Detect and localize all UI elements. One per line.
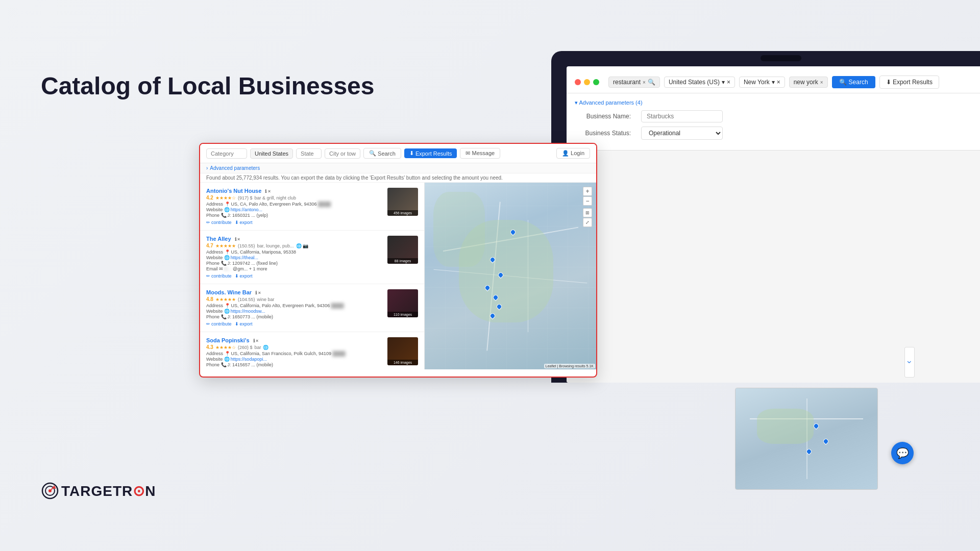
search-icon: 🔍 [369,150,376,157]
country-select[interactable]: United States (US) ▾ × [664,77,735,88]
category-input[interactable] [206,148,247,159]
biz-review-count-2: (104.55) [238,297,255,302]
laptop-content: restaurant × 🔍 United States (US) ▾ × Ne… [567,71,980,383]
map-attribution: Leaflet | Browsing results 5.1K [544,364,595,368]
map-pin [822,438,829,445]
remove-state-icon[interactable]: × [777,79,780,86]
biz-stars-0: ★★★★☆ [215,195,236,201]
biz-website-link-0[interactable]: https://antono... [231,207,262,212]
biz-review-count-0: (917) $ [238,195,253,201]
main-window: United States 🔍 Search ⬇ Export Results … [199,143,597,378]
laptop-toolbar: restaurant × 🔍 United States (US) ▾ × Ne… [567,71,980,93]
info-icon-0: ℹ × [265,189,271,194]
biz-actions-1: ✏ contribute ⬇ export [206,273,383,279]
info-icon-1: ℹ × [235,237,240,242]
business-status-select[interactable]: Operational [641,127,723,140]
remove-country-icon[interactable]: × [727,79,730,86]
biz-rating-row-0: 4.2 ★★★★☆ (917) $ bar & grill, night clu… [206,195,383,201]
search-button[interactable]: 🔍 Search [832,76,875,88]
biz-rating-row-3: 4.3 ★★★★☆ (260) $ bar 🌐 [206,344,383,350]
biz-thumbnail-3[interactable]: 146 images [387,337,418,365]
biz-stars-2: ★★★★★ [215,297,236,302]
advanced-toggle-row[interactable]: ▾ Advanced parameters (4) [575,99,980,106]
export-results-button[interactable]: ⬇ Export Results [879,76,939,89]
biz-thumbnail-1[interactable]: 88 images [387,236,418,264]
map-background [425,183,596,369]
biz-name-0[interactable]: Antonio's Nut House ℹ × [206,188,383,194]
biz-address-0: Address 📍 US, CA, Palo Alto, Evergreen P… [206,202,383,207]
biz-type-2: wine bar [257,297,274,302]
map-fullscreen-button[interactable]: ⤢ [583,218,592,227]
state-select[interactable]: New York ▾ × [739,77,785,88]
contribute-button-0[interactable]: ✏ contribute [206,220,232,225]
biz-name-2[interactable]: Moods. Wine Bar ℹ × [206,289,383,295]
advanced-bar[interactable]: › Advanced parameters [200,163,596,173]
business-status-label: Business Status: [575,130,631,137]
advanced-parameters-section: ▾ Advanced parameters (4) Business Name:… [567,93,980,151]
biz-website-link-2[interactable]: https://moodsw... [231,309,265,314]
logo-icon [41,482,59,500]
biz-rating-2: 4.8 [206,296,213,302]
list-item: Soda Popinski's ℹ × 4.3 ★★★★☆ (260) $ ba… [200,332,424,369]
map-area[interactable]: + − ⊞ ⤢ Leaflet | Browsing results 5.1K [425,183,596,369]
biz-type-1: bar, lounge, pub... [257,243,293,248]
biz-address-1: Address 📍 US, California, Mariposa, 9533… [206,249,383,255]
second-map-bg [736,388,877,489]
main-search-button[interactable]: 🔍 Search [363,148,401,159]
map-layers-button[interactable]: ⊞ [583,208,592,217]
state-input[interactable] [296,148,322,159]
biz-type-3: bar [254,345,261,350]
remove-tag-icon[interactable]: × [643,80,646,85]
map-zoom-in-button[interactable]: + [583,187,592,196]
biz-rating-row-1: 4.7 ★★★★★ (150.55) bar, lounge, pub... 🌐… [206,243,383,248]
tl-red [575,79,581,85]
contribute-button-2[interactable]: ✏ contribute [206,321,232,327]
city-input[interactable] [325,148,360,159]
main-message-button[interactable]: ✉ Message [460,148,500,159]
biz-image-count-2: 110 images [387,312,418,317]
biz-thumbnail-0[interactable]: 456 images [387,188,418,216]
chat-bubble-button[interactable]: 💬 [891,442,914,464]
biz-website-2: Website 🌐 https://moodsw... [206,309,383,314]
biz-website-link-3[interactable]: https://sodapopi... [231,357,267,362]
biz-name-1[interactable]: The Alley ℹ × [206,236,383,242]
side-expand-button[interactable]: › [904,347,915,378]
country-tag[interactable]: United States [250,148,293,159]
biz-rating-1: 4.7 [206,243,213,248]
list-item: Moods. Wine Bar ℹ × 4.8 ★★★★★ (104.55) w… [200,284,424,332]
search-tag-restaurant[interactable]: restaurant × 🔍 [608,77,660,88]
biz-image-count-0: 456 images [387,210,418,216]
map-zoom-out-button[interactable]: − [583,196,592,206]
list-item: Antonio's Nut House ℹ × 4.2 ★★★★☆ (917) … [200,183,424,231]
biz-rating-3: 4.3 [206,344,213,350]
biz-name-3[interactable]: Soda Popinski's ℹ × [206,337,383,343]
biz-website-link-1[interactable]: https://theal... [231,255,258,260]
svg-point-2 [48,489,52,492]
business-name-row: Business Name: [575,110,980,122]
chevron-down-icon: ▾ [772,79,775,86]
second-map [735,388,878,490]
biz-thumbnail-2[interactable]: 110 images [387,289,418,317]
export-button-1[interactable]: ⬇ export [235,273,253,279]
biz-type-0: bar & grill, night club [254,195,296,201]
biz-website-0: Website 🌐 https://antono... [206,207,383,212]
biz-email-1: Email ✉ th... @gm... + 1 more [206,266,383,271]
export-button-2[interactable]: ⬇ export [235,321,253,327]
biz-address-2: Address 📍 US, California, Palo Alto, Eve… [206,303,383,308]
main-export-button[interactable]: ⬇ Export Results [404,148,457,158]
remove-city-icon[interactable]: × [820,80,823,85]
city-tag[interactable]: new york × [789,77,828,88]
business-name-input[interactable] [641,110,723,122]
main-window-toolbar: United States 🔍 Search ⬇ Export Results … [200,144,596,163]
biz-info-0: Antonio's Nut House ℹ × 4.2 ★★★★☆ (917) … [206,188,383,225]
export-button-0[interactable]: ⬇ export [235,220,253,225]
biz-info-2: Moods. Wine Bar ℹ × 4.8 ★★★★★ (104.55) w… [206,289,383,327]
biz-image-count-3: 146 images [387,360,418,365]
laptop-notch [761,55,801,61]
contribute-button-1[interactable]: ✏ contribute [206,273,232,279]
biz-review-count-1: (150.55) [238,243,255,248]
advanced-toggle[interactable]: ▾ Advanced parameters (4) [575,99,643,106]
second-map-land [757,409,814,444]
logo-text: TARGETR⊙N [61,483,156,499]
main-login-button[interactable]: 👤 Login [556,148,590,159]
